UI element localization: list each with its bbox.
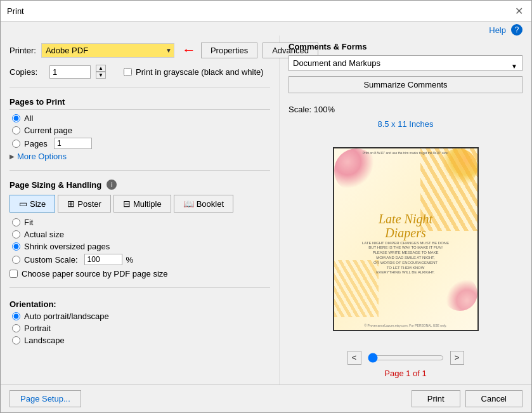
multiple-button[interactable]: ⊟ Multiple (114, 195, 171, 213)
scale-row: Scale: 100% (289, 105, 522, 114)
auto-orientation-label: Auto portrait/landscape (24, 311, 109, 321)
properties-button[interactable]: Properties (201, 43, 257, 58)
booklet-label: Booklet (197, 199, 224, 209)
radio-current-label: Current page (24, 126, 72, 135)
custom-scale-radio-input[interactable] (12, 256, 20, 264)
fit-radio-input[interactable] (12, 218, 20, 226)
custom-scale-unit: % (126, 255, 134, 265)
more-options[interactable]: ▶ More Options (10, 152, 270, 161)
divider-1 (10, 88, 270, 88)
actual-size-radio: Actual size (12, 230, 270, 239)
bottom-bar: Page Setup... Print Cancel (1, 384, 531, 412)
size-button[interactable]: ▭ Size (10, 195, 55, 213)
portrait-label: Portrait (24, 324, 51, 333)
copies-label: Copies: (10, 67, 44, 77)
shrink-radio: Shrink oversized pages (12, 242, 270, 251)
cf-select-wrapper: Document and Markups Document Document a… (289, 55, 522, 76)
print-dialog: Print ✕ Help ? Printer: Adobe PDF ▼ ← Pr… (0, 0, 532, 413)
page-setup-button[interactable]: Page Setup... (10, 390, 81, 407)
main-content: Printer: Adobe PDF ▼ ← Properties Advanc… (1, 36, 531, 384)
radio-pages-input[interactable] (12, 140, 20, 148)
shrink-label: Shrink oversized pages (24, 242, 110, 251)
actual-size-label: Actual size (24, 230, 64, 239)
radio-all-input[interactable] (12, 114, 20, 122)
scale-value: 100% (314, 105, 335, 114)
pdf-source-row: Choose paper source by PDF page size (10, 269, 270, 279)
more-options-label: More Options (17, 152, 67, 161)
copies-grayscale-row: Copies: ▲ ▼ Print in grayscale (black an… (10, 65, 270, 79)
preview-inner: Print on 8.5x11" and use the trim marks … (334, 148, 477, 330)
landscape-radio: Landscape (12, 336, 270, 345)
portrait-radio-input[interactable] (12, 324, 20, 332)
auto-orientation-input[interactable] (12, 312, 20, 320)
booklet-icon: 📖 (183, 199, 194, 209)
pages-to-print-title: Pages to Print (10, 97, 270, 110)
radio-current-input[interactable] (12, 126, 20, 134)
preview-subtitle: LATE NIGHT DIAPER CHANGES MUST BE DONE B… (348, 241, 463, 276)
radio-pages-label: Pages (24, 139, 48, 148)
copies-input[interactable] (49, 65, 91, 79)
preview-title-line2: Diapers (379, 226, 432, 240)
booklet-button[interactable]: 📖 Booklet (174, 195, 233, 213)
page-info: Page 1 of 1 (289, 369, 522, 378)
poster-label: Poster (77, 199, 101, 209)
copies-spinner: ▲ ▼ (96, 65, 106, 79)
dialog-title: Print (7, 6, 24, 16)
landscape-label: Landscape (24, 336, 65, 345)
cancel-button[interactable]: Cancel (465, 390, 522, 407)
poster-button[interactable]: ⊞ Poster (58, 195, 111, 213)
custom-scale-radio: Custom Scale: % (12, 254, 270, 265)
summarize-button[interactable]: Summarize Comments (289, 76, 522, 93)
landscape-radio-input[interactable] (12, 336, 20, 344)
printer-select[interactable]: Adobe PDF (41, 43, 174, 58)
fit-label: Fit (24, 218, 33, 227)
title-bar: Print ✕ (1, 1, 531, 22)
comments-forms-section: Comments & Forms Document and Markups Do… (289, 42, 522, 98)
pdf-source-checkbox[interactable] (10, 270, 18, 278)
more-options-triangle: ▶ (10, 153, 15, 160)
size-label: Size (30, 199, 46, 209)
cf-select[interactable]: Document and Markups Document Document a… (289, 55, 522, 71)
pages-radio-group: All Current page Pages (12, 114, 270, 149)
radio-current-page: Current page (12, 126, 270, 135)
custom-scale-input[interactable] (84, 254, 122, 265)
multiple-icon: ⊟ (123, 199, 131, 209)
preview-title-line1: Late Night (379, 212, 432, 226)
size-icon: ▭ (19, 199, 27, 209)
copies-down-button[interactable]: ▼ (96, 72, 106, 79)
printer-select-wrapper: Adobe PDF ▼ (41, 43, 174, 58)
info-icon[interactable]: i (107, 180, 117, 190)
grayscale-checkbox[interactable] (124, 68, 132, 76)
pages-range-input[interactable] (54, 138, 92, 149)
right-panel: Comments & Forms Document and Markups Do… (280, 36, 531, 384)
preview-box: Print on 8.5x11" and use the trim marks … (333, 147, 479, 331)
nav-prev-button[interactable]: < (347, 351, 361, 365)
orientation-radio-group: Auto portrait/landscape Portrait Landsca… (12, 311, 270, 345)
print-button[interactable]: Print (412, 390, 460, 407)
radio-pages: Pages (12, 138, 270, 149)
divider-2 (10, 170, 270, 171)
printer-row: Printer: Adobe PDF ▼ ← Properties Advanc… (10, 42, 270, 58)
auto-orientation-radio: Auto portrait/landscape (12, 311, 270, 321)
close-button[interactable]: ✕ (512, 4, 525, 17)
red-arrow-icon: ← (182, 42, 196, 58)
bottom-right-buttons: Print Cancel (412, 390, 522, 407)
flower-top-left (334, 148, 379, 193)
nav-next-button[interactable]: > (450, 351, 464, 365)
page-sizing-section: Page Sizing & Handling i ▭ Size ⊞ Poster… (10, 180, 270, 279)
nav-row: < > (289, 351, 522, 365)
help-link[interactable]: Help (489, 25, 506, 35)
pdf-source-label: Choose paper source by PDF page size (22, 269, 168, 279)
left-panel: Printer: Adobe PDF ▼ ← Properties Advanc… (1, 36, 280, 384)
orientation-title: Orientation: (10, 299, 56, 309)
copies-up-button[interactable]: ▲ (96, 65, 106, 72)
flower-bottom-right (443, 276, 477, 311)
help-icon[interactable]: ? (511, 24, 522, 36)
custom-scale-label: Custom Scale: (24, 255, 78, 265)
preview-area: Print on 8.5x11" and use the trim marks … (289, 133, 522, 346)
shrink-radio-input[interactable] (12, 242, 20, 251)
preview-copyright: © ProvenanceLazure.etsy.com. For PERSONA… (364, 324, 446, 327)
nav-slider[interactable] (368, 353, 444, 363)
actual-size-radio-input[interactable] (12, 230, 20, 239)
scale-label: Scale: (289, 105, 311, 114)
